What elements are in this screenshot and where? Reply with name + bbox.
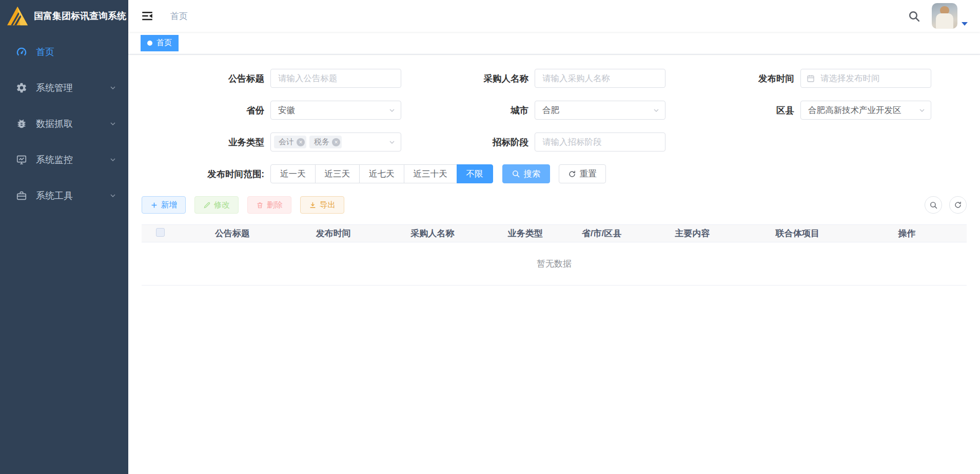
range-button-1day[interactable]: 近一天: [270, 164, 316, 183]
sidebar-item-home[interactable]: 首页: [0, 34, 128, 70]
range-button-3days[interactable]: 近三天: [315, 164, 360, 183]
avatar[interactable]: [932, 3, 957, 29]
search-icon[interactable]: [908, 10, 920, 23]
district-label: 区县: [723, 104, 800, 117]
reset-button[interactable]: 重置: [559, 164, 606, 183]
sidebar-item-system-tools[interactable]: 系统工具: [0, 178, 128, 214]
business-type-label: 业务类型: [193, 136, 270, 148]
range-button-unlimited[interactable]: 不限: [457, 164, 493, 183]
search-button[interactable]: 搜索: [502, 164, 550, 183]
results-table: 公告标题 发布时间 采购人名称 业务类型 省/市/区县 主要内容 联合体项目 操…: [142, 224, 967, 286]
business-type-tag: 税务 ×: [309, 136, 342, 148]
field-announcement-title: 公告标题: [193, 69, 401, 88]
sidebar-item-system-monitor[interactable]: 系统监控: [0, 142, 128, 178]
announcement-title-input[interactable]: [270, 69, 401, 88]
caret-down-icon: [962, 22, 968, 26]
tag-text: 税务: [314, 137, 329, 147]
export-button[interactable]: 导出: [300, 196, 344, 214]
select-all-checkbox[interactable]: [156, 228, 165, 237]
district-select[interactable]: 合肥高新技术产业开发区: [800, 101, 931, 120]
header-region: 省/市/区县: [566, 225, 637, 242]
bid-stage-label: 招标阶段: [458, 136, 535, 148]
tag-label: 首页: [156, 38, 172, 48]
header-business-type: 业务类型: [484, 225, 566, 242]
sidebar: 国富集团标讯查询系统 首页 系统管理: [0, 0, 128, 474]
range-button-30days[interactable]: 近三十天: [404, 164, 457, 183]
business-type-tag: 会计 ×: [274, 136, 306, 148]
user-menu[interactable]: [932, 3, 968, 29]
add-button[interactable]: 新增: [142, 196, 186, 214]
search-icon: [929, 201, 938, 210]
navbar-right: [908, 3, 968, 29]
field-business-type: 业务类型 会计 × 税务 ×: [193, 132, 401, 151]
close-icon[interactable]: ×: [297, 138, 305, 146]
field-publish-time: 发布时间: [723, 69, 931, 88]
sidebar-item-label: 系统管理: [36, 82, 73, 94]
company-logo-icon: [6, 6, 29, 26]
tag-text: 会计: [279, 137, 294, 147]
edit-button[interactable]: 修改: [194, 196, 239, 214]
calendar-icon: [806, 74, 815, 83]
header-publish-time: 发布时间: [286, 225, 381, 242]
chevron-down-icon: [918, 106, 926, 115]
sidebar-menu: 首页 系统管理 数据抓取: [0, 32, 128, 214]
filter-row-1: 公告标题 采购人名称 发布时间: [142, 69, 967, 88]
header-actions: 操作: [847, 225, 967, 242]
export-button-label: 导出: [320, 200, 336, 211]
province-select[interactable]: 安徽: [270, 101, 401, 120]
active-tag-dot-icon: [147, 41, 152, 46]
field-province: 省份 安徽: [193, 101, 401, 120]
delete-button-label: 删除: [267, 200, 283, 211]
publish-time-input[interactable]: [800, 69, 931, 88]
reset-button-label: 重置: [580, 168, 597, 180]
refresh-table-button[interactable]: [949, 196, 967, 214]
edit-button-label: 修改: [214, 200, 230, 211]
sidebar-item-system-management[interactable]: 系统管理: [0, 70, 128, 106]
chevron-down-icon: [109, 192, 117, 200]
sidebar-item-data-capture[interactable]: 数据抓取: [0, 106, 128, 142]
chevron-down-icon: [388, 138, 396, 146]
refresh-icon: [568, 170, 576, 178]
chevron-down-icon: [652, 106, 660, 115]
field-district: 区县 合肥高新技术产业开发区: [723, 101, 931, 120]
chevron-down-icon: [388, 106, 396, 115]
empty-state-text: 暂无数据: [142, 242, 967, 286]
trash-icon: [256, 201, 264, 209]
table-header-row: 公告标题 发布时间 采购人名称 业务类型 省/市/区县 主要内容 联合体项目 操…: [142, 225, 967, 242]
sidebar-collapse-icon[interactable]: [141, 9, 154, 23]
province-value: 安徽: [278, 105, 295, 116]
field-purchaser-name: 采购人名称: [458, 69, 665, 88]
field-time-range: 发布时间范围: 近一天 近三天 近七天 近三十天 不限 搜索: [193, 164, 606, 183]
add-button-label: 新增: [161, 200, 177, 211]
top-navbar: 首页: [128, 0, 980, 32]
bug-icon: [15, 118, 28, 130]
tag-home[interactable]: 首页: [141, 35, 179, 51]
province-label: 省份: [193, 104, 270, 117]
purchaser-name-input[interactable]: [535, 69, 665, 88]
business-type-multiselect[interactable]: 会计 × 税务 ×: [270, 132, 401, 151]
filter-row-2: 省份 安徽 城市 合肥 区县: [142, 101, 967, 120]
city-select[interactable]: 合肥: [535, 101, 665, 120]
header-select-all: [142, 225, 179, 242]
pencil-icon: [203, 201, 211, 209]
toolbar-right: [925, 196, 967, 214]
toggle-search-button[interactable]: [925, 196, 942, 214]
header-announcement-title: 公告标题: [179, 225, 286, 242]
sidebar-item-label: 首页: [36, 46, 54, 58]
publish-time-picker[interactable]: [800, 69, 931, 88]
header-main-content: 主要内容: [637, 225, 748, 242]
tags-view-bar: 首页: [128, 32, 980, 54]
city-value: 合肥: [542, 105, 559, 116]
breadcrumb[interactable]: 首页: [170, 10, 188, 22]
time-range-group: 近一天 近三天 近七天 近三十天 不限: [270, 164, 493, 183]
chevron-down-icon: [109, 84, 117, 92]
range-button-7days[interactable]: 近七天: [359, 164, 404, 183]
bid-stage-input[interactable]: [535, 132, 665, 151]
download-icon: [309, 201, 317, 209]
field-bid-stage: 招标阶段: [458, 132, 665, 151]
delete-button[interactable]: 删除: [247, 196, 291, 214]
search-button-label: 搜索: [524, 168, 541, 180]
close-icon[interactable]: ×: [332, 138, 340, 146]
main-area: 首页 首页 公告标题 采购人名: [128, 0, 980, 474]
announcement-title-label: 公告标题: [193, 72, 270, 85]
